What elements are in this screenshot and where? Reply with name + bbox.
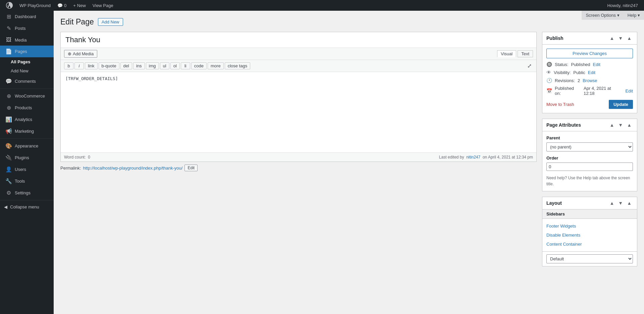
toolbar-right: Visual Text xyxy=(497,50,533,57)
sidebar-item-pages[interactable]: 📄 Pages ◀ xyxy=(0,46,54,57)
sidebar-item-products[interactable]: ⊕ Products xyxy=(0,102,54,114)
sidebar-item-tools[interactable]: 🔧 Tools xyxy=(0,175,54,187)
sidebar-item-label-dashboard: Dashboard xyxy=(15,14,36,19)
text-tab-button[interactable]: Text xyxy=(518,50,533,57)
word-count-label: Word count: xyxy=(64,155,86,160)
last-edited-text: Last edited by xyxy=(439,155,464,160)
sidebar-item-analytics[interactable]: 📊 Analytics xyxy=(0,114,54,125)
word-count-value: 0 xyxy=(88,155,90,160)
sidebar-item-users[interactable]: 👤 Users xyxy=(0,164,54,175)
format-btn-del[interactable]: del xyxy=(120,62,132,69)
publish-box-toggle-btn[interactable]: ▲ xyxy=(626,35,633,42)
format-btn-bquote[interactable]: b-quote xyxy=(99,62,119,69)
sidebar-item-marketing[interactable]: 📢 Marketing xyxy=(0,125,54,137)
page-attributes-body: Parent (no parent) Order 0 Need help? Us xyxy=(542,131,637,191)
publish-box-collapse-btn[interactable]: ▲ xyxy=(608,35,615,42)
format-btn-link[interactable]: link xyxy=(85,62,98,69)
help-text-content: Need help? Use the Help tab above the sc… xyxy=(546,176,630,186)
sidebar-item-label-products: Products xyxy=(15,105,32,110)
page-attr-collapse-btn[interactable]: ▲ xyxy=(608,122,615,128)
format-toolbar: b i link b-quote del ins img ul ol li co… xyxy=(61,60,536,72)
add-new-page-button[interactable]: Add New xyxy=(98,18,123,26)
sidebar-subitem-all-pages[interactable]: All Pages xyxy=(0,57,54,66)
last-edited-user-link[interactable]: nitin247 xyxy=(466,155,480,160)
layout-content-container-link[interactable]: Content Container xyxy=(546,240,633,249)
layout-box-title: Layout xyxy=(546,200,562,206)
edit-permalink-button[interactable]: Edit xyxy=(184,165,198,171)
page-attr-expand-btn[interactable]: ▼ xyxy=(617,122,624,128)
layout-toggle-btn[interactable]: ▲ xyxy=(626,200,633,206)
sidebar-item-woocommerce[interactable]: ⊕ WooCommerce xyxy=(0,90,54,102)
comments-icon: 💬 xyxy=(5,78,12,84)
adminbar-site-name[interactable]: WP PlayGround xyxy=(16,0,54,11)
wp-logo-icon xyxy=(6,2,13,9)
move-to-trash-button[interactable]: Move to Trash xyxy=(546,102,574,107)
update-button[interactable]: Update xyxy=(609,100,633,109)
preview-changes-button[interactable]: Preview Changes xyxy=(546,49,633,58)
word-count-area: Word count: 0 xyxy=(64,155,90,160)
format-btn-more[interactable]: more xyxy=(208,62,224,69)
collapse-menu-label: Collapse menu xyxy=(10,204,39,209)
page-title-input[interactable]: Thank You xyxy=(61,32,536,48)
format-btn-ul[interactable]: ul xyxy=(160,62,169,69)
layout-collapse-btn[interactable]: ▲ xyxy=(608,200,615,206)
sidebar-item-label-tools: Tools xyxy=(15,179,25,184)
format-btn-ol[interactable]: ol xyxy=(170,62,180,69)
format-btn-ins[interactable]: ins xyxy=(133,62,145,69)
format-btn-code[interactable]: code xyxy=(191,62,207,69)
order-input[interactable]: 0 xyxy=(546,163,633,171)
media-icon: 🖼 xyxy=(5,37,12,43)
all-pages-label: All Pages xyxy=(11,59,31,64)
adminbar-new[interactable]: + New xyxy=(70,0,89,11)
comments-count: 0 xyxy=(64,3,66,8)
permalink-url[interactable]: http://localhost/wp-playground/index.php… xyxy=(83,166,182,171)
sidebar-item-appearance[interactable]: 🎨 Appearance xyxy=(0,140,54,152)
published-on-edit-link[interactable]: Edit xyxy=(626,88,633,93)
sidebar-item-media[interactable]: 🖼 Media xyxy=(0,34,54,46)
visibility-edit-link[interactable]: Edit xyxy=(588,70,595,75)
sidebar-item-comments[interactable]: 💬 Comments xyxy=(0,75,54,87)
layout-select[interactable]: Default xyxy=(546,254,633,263)
publish-box-expand-btn[interactable]: ▼ xyxy=(617,35,624,42)
appearance-icon: 🎨 xyxy=(5,143,12,149)
format-btn-i[interactable]: i xyxy=(74,62,84,69)
format-btn-close-tags[interactable]: close tags xyxy=(225,62,251,69)
sidebar-item-plugins[interactable]: 🔌 Plugins xyxy=(0,152,54,164)
sidebar-subitem-add-new[interactable]: Add New xyxy=(0,66,54,75)
help-button[interactable]: Help ▾ xyxy=(624,11,644,20)
format-btn-b[interactable]: b xyxy=(64,62,73,69)
screen-options-button[interactable]: Screen Options ▾ xyxy=(582,11,623,20)
layout-box-header: Layout ▲ ▼ ▲ xyxy=(542,197,637,209)
format-btn-li[interactable]: li xyxy=(181,62,190,69)
collapse-menu-button[interactable]: ◀ Collapse menu xyxy=(0,202,54,212)
format-btn-img[interactable]: img xyxy=(146,62,159,69)
layout-footer-widgets-link[interactable]: Footer Widgets xyxy=(546,222,633,231)
sidebar-item-label-posts: Posts xyxy=(15,26,26,31)
expand-editor-button[interactable]: ⤢ xyxy=(526,62,533,70)
add-media-button[interactable]: ⊕ Add Media xyxy=(64,50,97,58)
editor-content[interactable]: [TRFW_ORDER_DETAILS] xyxy=(61,72,536,152)
visual-tab-button[interactable]: Visual xyxy=(497,50,516,57)
sidebar-item-dashboard[interactable]: ⊞ Dashboard xyxy=(0,11,54,22)
parent-row: Parent (no parent) xyxy=(546,135,633,151)
adminbar-wp-logo[interactable] xyxy=(3,0,16,11)
sidebar-item-label-settings: Settings xyxy=(15,190,31,195)
tools-icon: 🔧 xyxy=(5,178,12,184)
pages-icon: 📄 xyxy=(5,48,12,55)
layout-expand-btn[interactable]: ▼ xyxy=(617,200,624,206)
status-edit-link[interactable]: Edit xyxy=(593,62,600,67)
view-page-label: View Page xyxy=(93,3,113,8)
adminbar-view-page[interactable]: View Page xyxy=(89,0,117,11)
publish-box-body: Preview Changes 🔘 Status: Published Edit… xyxy=(542,45,637,113)
page-attr-toggle-btn[interactable]: ▲ xyxy=(626,122,633,128)
revisions-browse-link[interactable]: Browse xyxy=(583,78,597,83)
sidebar-item-posts[interactable]: ✎ Posts xyxy=(0,22,54,34)
layout-disable-elements-link[interactable]: Disable Elements xyxy=(546,231,633,240)
page-attributes-box: Page Attributes ▲ ▼ ▲ Parent ( xyxy=(542,119,637,191)
sidebar-item-settings[interactable]: ⚙ Settings xyxy=(0,187,54,199)
parent-select[interactable]: (no parent) xyxy=(546,142,633,151)
admin-bar: WP PlayGround 💬 0 + New View Page Howdy,… xyxy=(0,0,644,11)
sidebar-item-label-marketing: Marketing xyxy=(15,129,34,134)
last-edited-info: Last edited by nitin247 on April 4, 2021… xyxy=(439,155,533,160)
adminbar-comments[interactable]: 💬 0 xyxy=(54,0,70,11)
